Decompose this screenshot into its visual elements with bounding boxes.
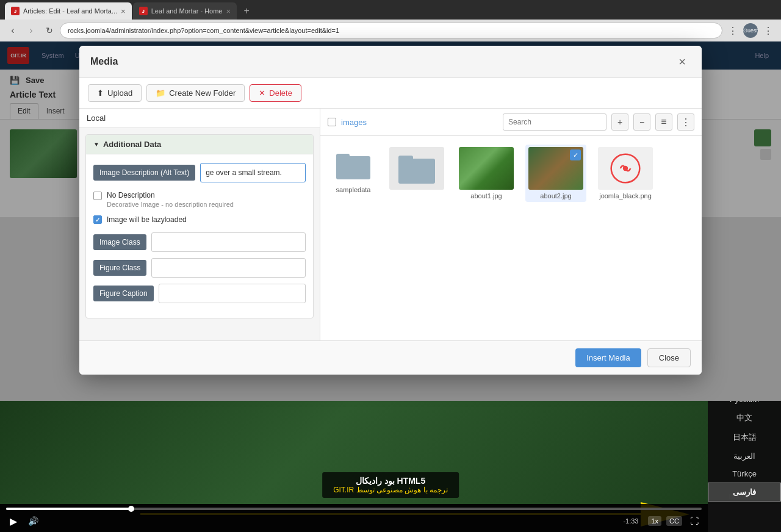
image-desc-group: Image Description (Alt Text) [93, 163, 306, 182]
alt-text-input[interactable] [200, 163, 306, 182]
file-name-joomla: joomla_black.png [599, 192, 652, 200]
tab-articles-edit[interactable]: J Articles: Edit - Leaf and Morta... × [5, 2, 132, 20]
tab2-label: Leaf and Mortar - Home [151, 7, 223, 15]
image-class-label-btn: Image Class [93, 234, 146, 250]
tab-close-icon[interactable]: × [121, 7, 126, 16]
file-item-about1[interactable]: about1.jpg [456, 145, 517, 202]
additional-data-title: Additional Data [103, 140, 161, 149]
cc-button[interactable]: CC [666, 516, 682, 526]
svg-rect-3 [336, 154, 350, 161]
new-tab-button[interactable]: + [238, 2, 255, 20]
fullscreen-button[interactable]: ⛶ [687, 514, 702, 528]
tab-leaf-mortar[interactable]: J Leaf and Mortar - Home × [133, 2, 237, 20]
zoom-in-button[interactable]: + [611, 113, 628, 131]
forward-button[interactable]: › [23, 23, 39, 38]
selected-indicator: ✓ [570, 149, 581, 160]
create-folder-label: Create New Folder [169, 88, 236, 98]
more-options-button[interactable]: ⋮ [677, 113, 694, 131]
turkish-option[interactable]: Türkçe [708, 465, 781, 483]
create-folder-button[interactable]: 📁 Create New Folder [146, 84, 245, 102]
breadcrumb-path[interactable]: images [341, 118, 498, 127]
tab-label: Articles: Edit - Leaf and Morta... [23, 7, 117, 15]
delete-button[interactable]: ✕ Delete [250, 84, 301, 102]
video-controls-bar: ▶ 🔊 -1:33 1x CC ⛶ [0, 504, 708, 532]
chinese-option[interactable]: 中文 [708, 408, 781, 428]
farsi-option[interactable]: فارسی [708, 483, 781, 501]
no-description-checkbox[interactable] [93, 192, 102, 200]
check-mark: ✓ [95, 217, 100, 223]
no-description-label: No Description [107, 191, 234, 200]
delete-label: Delete [269, 88, 292, 98]
file-item-joomla[interactable]: joomla_black.png [595, 145, 656, 202]
form-body: Image Description (Alt Text) No Descript… [86, 154, 313, 318]
subtitle-settings-panel[interactable]: Settings Subtitles Off English Español D… [708, 401, 781, 504]
arabic-option[interactable]: العربية [708, 447, 781, 465]
figure-caption-input[interactable] [159, 284, 306, 303]
collapse-icon: ▼ [93, 141, 99, 148]
svg-point-7 [623, 166, 628, 171]
list-view-button[interactable]: ≡ [655, 113, 672, 131]
insert-media-button[interactable]: Insert Media [575, 348, 641, 367]
figure-caption-label-btn: Figure Caption [93, 286, 154, 301]
volume-button[interactable]: 🔊 [26, 514, 40, 528]
additional-data-form: ▼ Additional Data Image Description (Alt… [85, 134, 314, 318]
file-name-about1: about1.jpg [470, 192, 502, 200]
file-grid: sampledata [320, 136, 702, 340]
additional-data-header[interactable]: ▼ Additional Data [86, 135, 313, 154]
modal-footer: Insert Media Close [79, 340, 702, 375]
speed-button[interactable]: 1x [648, 516, 661, 526]
user-avatar[interactable]: Guest [743, 23, 758, 38]
japanese-option[interactable]: 日本語 [708, 428, 781, 447]
file-item-partial[interactable]: sampledata [329, 145, 378, 202]
search-input[interactable] [503, 113, 606, 131]
no-description-sub: Decorative Image - no description requir… [107, 201, 234, 208]
close-modal-button[interactable]: Close [647, 348, 691, 367]
upload-button[interactable]: ⬆ Upload [88, 84, 142, 102]
file-item-folder2[interactable] [386, 145, 447, 202]
progress-fill [6, 508, 131, 510]
file-item-about2[interactable]: ✓ about2.jpg [525, 145, 586, 202]
delete-icon: ✕ [259, 88, 265, 98]
back-button[interactable]: ‹ [5, 23, 21, 38]
close-icon: × [678, 55, 686, 69]
yellow-arrow-annotation [98, 496, 732, 498]
file-name: sampledata [336, 186, 371, 193]
play-button[interactable]: ▶ [6, 514, 21, 528]
upload-icon: ⬆ [97, 88, 104, 98]
url-bar[interactable]: rocks.joomla4/administrator/index.php?op… [60, 23, 722, 38]
progress-thumb[interactable] [128, 506, 134, 512]
local-bar: Local [79, 109, 320, 128]
select-all-checkbox[interactable] [328, 118, 336, 126]
browser-settings-icon[interactable]: ⋮ [760, 23, 776, 38]
form-row-alt: Image Description (Alt Text) [93, 163, 306, 182]
file-name-about2: about2.jpg [540, 192, 571, 200]
figure-class-group: Figure Class [93, 258, 306, 278]
time-remaining: -1:33 [45, 517, 643, 525]
tab2-close-icon[interactable]: × [226, 7, 231, 16]
figure-caption-group: Figure Caption [93, 284, 306, 303]
additional-data-panel: Local ▼ Additional Data Image Descriptio… [79, 109, 320, 340]
image-thumb-about1 [459, 147, 514, 190]
controls-row: ▶ 🔊 -1:33 1x CC ⛶ [6, 514, 702, 528]
refresh-button[interactable]: ↻ [41, 23, 57, 38]
folder-icon: 📁 [156, 88, 165, 98]
progress-bar[interactable] [6, 508, 702, 510]
lazy-load-checkbox[interactable]: ✓ [93, 215, 102, 224]
image-desc-label-btn: Image Description (Alt Text) [93, 165, 195, 181]
modal-toolbar: ⬆ Upload 📁 Create New Folder ✕ Delete [79, 78, 702, 109]
modal-close-button[interactable]: × [674, 53, 691, 70]
image-class-input[interactable] [151, 232, 306, 252]
browser-menu-icon[interactable]: ⋮ [725, 23, 741, 38]
figure-class-input[interactable] [151, 258, 306, 278]
zoom-out-button[interactable]: − [633, 113, 650, 131]
browser-nav-bar: ‹ › ↻ rocks.joomla4/administrator/index.… [0, 20, 781, 41]
browser-chrome: J Articles: Edit - Leaf and Morta... × J… [0, 0, 781, 41]
modal-body: Local ▼ Additional Data Image Descriptio… [79, 109, 702, 340]
subtitle-line2: ترجمه با هوش مصنوعی توسط GIT.IR [333, 486, 448, 494]
image-class-group: Image Class [93, 232, 306, 252]
figure-class-label-btn: Figure Class [93, 260, 146, 276]
lazy-load-group: ✓ Image will be lazyloaded [93, 215, 306, 224]
video-player: HTML5 بود رادیکال ترجمه با هوش مصنوعی تو… [0, 401, 781, 532]
local-label: Local [87, 113, 106, 123]
russian-option[interactable]: Русский [708, 401, 781, 408]
